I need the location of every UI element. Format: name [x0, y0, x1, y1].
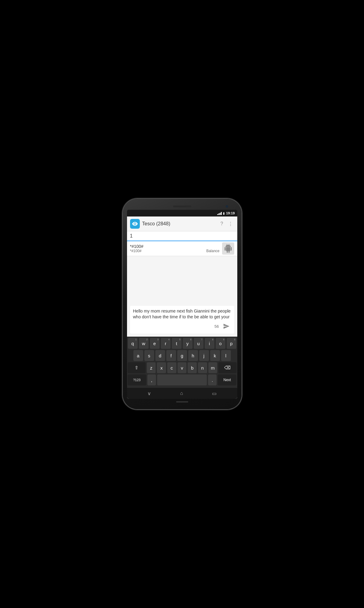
app-logo: [130, 219, 140, 229]
key-n[interactable]: n: [198, 362, 207, 373]
screen: ▮ 19:19 Tesco (2848) ? ⋮ 1: [127, 210, 237, 399]
speaker: [173, 206, 191, 207]
key-h[interactable]: h: [188, 350, 198, 361]
key-v[interactable]: v: [178, 362, 187, 373]
autocomplete-text: *#100# *#100# Balance: [130, 244, 220, 253]
key-u[interactable]: u7: [194, 338, 203, 349]
key-w[interactable]: w2: [139, 338, 149, 349]
keyboard: q1 w2 e3 r4 t5 y6 u7 i8 o9 p0 a s d f: [127, 337, 237, 388]
camera: [226, 205, 228, 208]
key-d[interactable]: d: [155, 350, 165, 361]
keyboard-row-1: q1 w2 e3 r4 t5 y6 u7 i8 o9 p0: [128, 338, 237, 349]
autocomplete-sub-code: *#100#: [130, 249, 142, 253]
key-q[interactable]: q1: [128, 338, 138, 349]
autocomplete-main: *#100#: [130, 244, 220, 249]
home-nav-icon[interactable]: ⌂: [180, 391, 183, 396]
key-k[interactable]: k: [210, 350, 220, 361]
menu-icon[interactable]: ⋮: [227, 220, 234, 228]
phone-device: ▮ 19:19 Tesco (2848) ? ⋮ 1: [123, 199, 242, 409]
key-f[interactable]: f: [166, 350, 176, 361]
signal-bar-3: [220, 213, 221, 215]
key-g[interactable]: g: [177, 350, 187, 361]
app-header: Tesco (2848) ? ⋮: [127, 216, 237, 231]
key-z[interactable]: z: [147, 362, 156, 373]
recents-nav-icon[interactable]: ▭: [212, 391, 217, 396]
key-l[interactable]: l: [221, 350, 231, 361]
battery-icon: ▮: [223, 212, 225, 215]
key-m[interactable]: m: [208, 362, 217, 373]
phone-bottom: [127, 399, 237, 405]
key-o[interactable]: o9: [216, 338, 225, 349]
signal-bar-2: [218, 213, 219, 215]
send-button[interactable]: [221, 321, 231, 331]
key-p[interactable]: p0: [227, 338, 236, 349]
space-key[interactable]: [157, 374, 207, 385]
phone-input[interactable]: 1: [130, 233, 234, 239]
back-nav-icon[interactable]: ∨: [147, 391, 151, 396]
autocomplete-sub: *#100# Balance: [130, 249, 220, 253]
message-footer: 56: [133, 321, 231, 331]
char-count: 56: [214, 324, 219, 329]
signal-bar-1: [217, 214, 218, 215]
key-x[interactable]: x: [157, 362, 166, 373]
status-time: 19:19: [226, 211, 235, 215]
signal-indicator: [217, 211, 222, 215]
key-r[interactable]: r4: [161, 338, 171, 349]
key-e[interactable]: e3: [150, 338, 160, 349]
input-area[interactable]: 1: [127, 231, 237, 241]
symbols-key[interactable]: ?123: [128, 374, 146, 385]
keyboard-row-2: a s d f g h j k l: [128, 350, 237, 361]
comma-key[interactable]: ,: [147, 374, 156, 385]
autocomplete-android-icon: [222, 242, 234, 255]
next-key[interactable]: Next: [218, 374, 236, 385]
key-b[interactable]: b: [188, 362, 197, 373]
delete-key[interactable]: ⌫: [218, 362, 236, 373]
key-c[interactable]: c: [167, 362, 176, 373]
keyboard-row-3: ⇧ z x c v b n m ⌫: [128, 362, 237, 373]
key-t[interactable]: t5: [172, 338, 182, 349]
key-i[interactable]: i8: [205, 338, 214, 349]
period-key[interactable]: .: [208, 374, 217, 385]
status-bar: ▮ 19:19: [127, 210, 237, 216]
message-area: Hello my mom resume next fish Giannini t…: [127, 256, 237, 337]
app-content: Tesco (2848) ? ⋮ 1 *#100# *#100# Balance: [127, 216, 237, 399]
app-title: Tesco (2848): [142, 221, 217, 227]
autocomplete-dropdown[interactable]: *#100# *#100# Balance: [127, 241, 237, 256]
signal-bar-4: [221, 212, 222, 215]
phone-top-bar: [127, 203, 237, 210]
help-icon[interactable]: ?: [219, 220, 224, 228]
shift-key[interactable]: ⇧: [128, 362, 146, 373]
autocomplete-sub-label: Balance: [206, 249, 219, 253]
key-s[interactable]: s: [144, 350, 154, 361]
nav-bar: ∨ ⌂ ▭: [127, 388, 237, 399]
message-bubble: Hello my mom resume next fish Giannini t…: [130, 306, 234, 334]
key-a[interactable]: a: [133, 350, 143, 361]
message-text: Hello my mom resume next fish Giannini t…: [133, 308, 231, 320]
home-indicator: [176, 401, 188, 402]
key-y[interactable]: y6: [183, 338, 193, 349]
keyboard-row-4: ?123 , . Next: [128, 374, 237, 385]
key-j[interactable]: j: [199, 350, 209, 361]
